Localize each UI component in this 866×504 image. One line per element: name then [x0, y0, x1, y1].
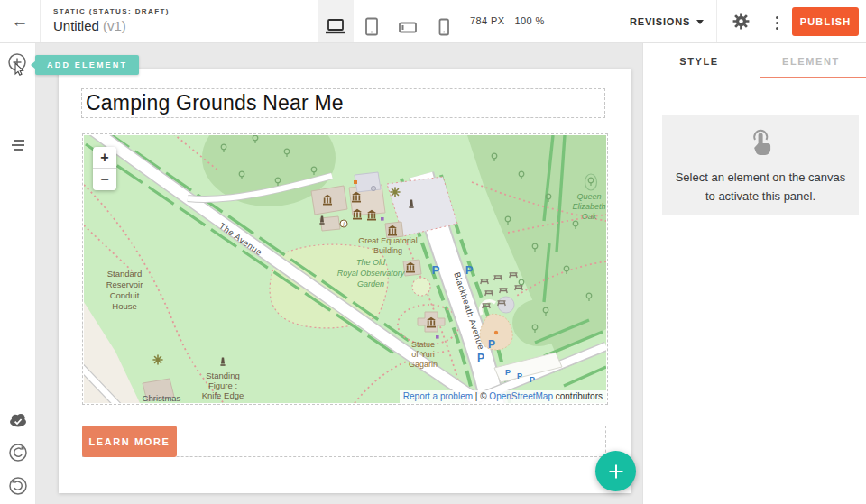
empty-state-box: Select an element on the canvasto activa… [662, 115, 859, 215]
svg-text:Standing: Standing [206, 371, 240, 380]
svg-text:Elizabeth: Elizabeth [572, 202, 605, 211]
svg-text:Queen: Queen [576, 192, 601, 201]
panel-tabs: STYLE ELEMENT [643, 43, 866, 79]
device-phone-button[interactable] [426, 0, 462, 42]
add-section-fab[interactable] [595, 451, 636, 491]
landing-page: Camping Grounds Near Me [59, 69, 631, 493]
divider [40, 0, 41, 42]
more-options-button[interactable] [760, 0, 794, 42]
redo-icon [8, 476, 28, 496]
phone-portrait-icon [432, 16, 456, 38]
map-graphic: i P P P [84, 135, 606, 403]
map-element[interactable]: i P P P [82, 133, 608, 405]
svg-text:Statue: Statue [411, 340, 435, 349]
version-label: (v1) [103, 18, 126, 33]
svg-text:Gagarin: Gagarin [409, 360, 438, 369]
svg-text:House: House [112, 301, 136, 311]
page-builder-app: ← STATIC (STATUS: DRAFT) Untitled (v1) [0, 0, 866, 504]
tap-hand-icon [747, 128, 774, 157]
cursor-pointer-icon [15, 63, 23, 75]
map-zoom-out-button[interactable]: − [93, 169, 116, 190]
publish-button[interactable]: PUBLISH [792, 7, 859, 36]
tablet-icon [360, 16, 383, 38]
revisions-button[interactable]: REVISIONS [617, 0, 716, 42]
tab-style[interactable]: STYLE [643, 43, 755, 79]
svg-text:The Old: The Old [356, 258, 386, 267]
report-problem-link[interactable]: Report a problem [403, 391, 473, 401]
svg-text:Standard: Standard [107, 269, 143, 279]
openstreetmap-embed[interactable]: i P P P [84, 135, 606, 403]
active-tab-underline [760, 77, 866, 78]
layout-menu-button[interactable] [0, 130, 36, 160]
svg-text:P: P [432, 263, 440, 277]
kebab-menu-icon [760, 16, 794, 30]
chevron-down-icon [696, 20, 704, 24]
saved-status-button[interactable] [0, 404, 36, 435]
svg-text:P: P [488, 338, 495, 351]
device-tablet-button[interactable] [354, 0, 390, 42]
map-zoom-in-button[interactable]: + [93, 147, 116, 169]
device-phone-landscape-button[interactable] [390, 0, 426, 42]
svg-text:Royal Observatory: Royal Observatory [337, 269, 405, 278]
button-element-row[interactable]: LEARN MORE [82, 426, 606, 457]
lines-menu-icon [9, 138, 27, 152]
device-desktop-button[interactable] [318, 0, 354, 42]
svg-text:Oak: Oak [582, 212, 597, 221]
page-title: Untitled (v1) [53, 18, 170, 33]
back-arrow-icon: ← [12, 12, 29, 31]
gear-icon [732, 12, 751, 31]
inspector-panel: STYLE ELEMENT Select an element on the c… [642, 43, 866, 504]
divider [716, 0, 717, 42]
status-label: STATIC (STATUS: DRAFT) [53, 7, 170, 15]
svg-text:Building: Building [373, 246, 402, 255]
add-element-plus-icon [5, 51, 32, 78]
svg-text:P: P [530, 375, 535, 384]
divider [603, 0, 603, 42]
map-attribution: Report a problem | © OpenStreetMap contr… [400, 390, 606, 403]
tab-element[interactable]: ELEMENT [755, 43, 866, 79]
zoom-value: 100 % [514, 15, 544, 26]
map-zoom-control: + − [93, 147, 116, 190]
plus-icon [608, 463, 624, 480]
back-button[interactable]: ← [0, 0, 40, 42]
redo-button[interactable] [0, 471, 36, 501]
svg-text:Garden: Garden [357, 279, 384, 289]
svg-text:Great Equatorial: Great Equatorial [358, 236, 418, 245]
svg-text:Conduit: Conduit [110, 290, 140, 300]
map-pond [498, 297, 514, 313]
learn-more-button[interactable]: LEARN MORE [82, 426, 177, 457]
svg-text:P: P [465, 263, 474, 277]
svg-text:of Yuri: of Yuri [411, 350, 434, 359]
svg-text:Figure :: Figure : [208, 380, 237, 390]
headline-text: Camping Grounds Near Me [82, 89, 604, 115]
svg-text:P: P [505, 368, 511, 377]
editor-canvas: Camping Grounds Near Me [36, 43, 642, 504]
add-element-tooltip: ADD ELEMENT [35, 55, 139, 75]
undo-icon [8, 443, 28, 463]
left-toolbar [0, 43, 36, 504]
svg-text:Reservoir: Reservoir [106, 279, 143, 289]
undo-button[interactable] [0, 437, 36, 468]
empty-state-text: Select an element on the canvasto activa… [675, 168, 846, 206]
openstreetmap-link[interactable]: OpenStreetMap [489, 391, 553, 401]
laptop-icon [324, 16, 347, 38]
page-title-block: STATIC (STATUS: DRAFT) Untitled (v1) [53, 7, 170, 33]
cloud-saved-icon [7, 411, 29, 427]
svg-text:P: P [477, 352, 484, 364]
svg-text:P: P [517, 371, 522, 380]
svg-text:Christmas: Christmas [143, 393, 181, 403]
topbar: ← STATIC (STATUS: DRAFT) Untitled (v1) [0, 0, 866, 43]
settings-button[interactable] [723, 0, 758, 42]
width-value: 784 PX [470, 15, 504, 26]
svg-text:Knife Edge: Knife Edge [202, 390, 244, 400]
viewport-dimensions: 784 PX100 % [470, 15, 555, 26]
headline-element[interactable]: Camping Grounds Near Me [81, 88, 605, 118]
phone-landscape-icon [396, 16, 419, 38]
map-fountain [412, 278, 430, 296]
